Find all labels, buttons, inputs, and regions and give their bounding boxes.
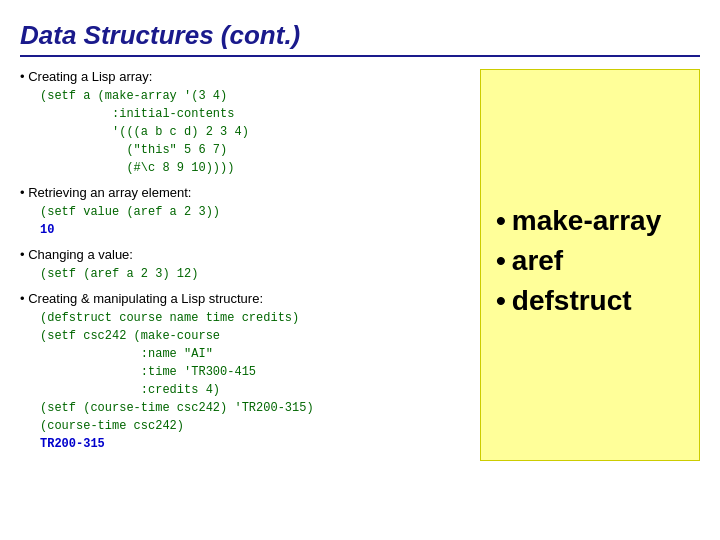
code-block-2: (setf value (aref a 2 3)) 10 bbox=[40, 203, 470, 239]
section-label-3: • Changing a value: bbox=[20, 247, 470, 262]
keyword-defstruct: defstruct bbox=[496, 285, 661, 317]
title-divider bbox=[20, 55, 700, 57]
section-label-2: • Retrieving an array element: bbox=[20, 185, 470, 200]
right-panel: make-array aref defstruct bbox=[480, 69, 700, 461]
slide-title: Data Structures (cont.) bbox=[20, 20, 700, 51]
code-block-3: (setf (aref a 2 3) 12) bbox=[40, 265, 470, 283]
content-area: • Creating a Lisp array: (setf a (make-a… bbox=[20, 69, 700, 461]
section-change-value: • Changing a value: (setf (aref a 2 3) 1… bbox=[20, 247, 470, 283]
code-block-1: (setf a (make-array '(3 4) :initial-cont… bbox=[40, 87, 470, 177]
section-label-4: • Creating & manipulating a Lisp structu… bbox=[20, 291, 470, 306]
keyword-aref: aref bbox=[496, 245, 661, 277]
section-defstruct: • Creating & manipulating a Lisp structu… bbox=[20, 291, 470, 453]
section-make-array: • Creating a Lisp array: (setf a (make-a… bbox=[20, 69, 470, 177]
keyword-make-array: make-array bbox=[496, 205, 661, 237]
code-result-2: TR200-315 bbox=[40, 437, 105, 451]
slide: Data Structures (cont.) • Creating a Lis… bbox=[0, 0, 720, 540]
section-label-1: • Creating a Lisp array: bbox=[20, 69, 470, 84]
left-panel: • Creating a Lisp array: (setf a (make-a… bbox=[20, 69, 470, 461]
section-aref: • Retrieving an array element: (setf val… bbox=[20, 185, 470, 239]
keywords-list: make-array aref defstruct bbox=[496, 205, 661, 325]
code-result-1: 10 bbox=[40, 223, 54, 237]
code-block-4: (defstruct course name time credits) (se… bbox=[40, 309, 470, 453]
